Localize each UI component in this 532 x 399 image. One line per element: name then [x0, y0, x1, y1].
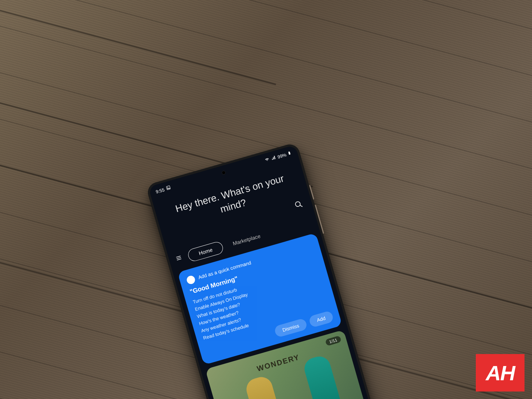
- wifi-icon: [264, 157, 270, 163]
- search-icon[interactable]: [293, 199, 304, 211]
- svg-rect-2: [288, 152, 290, 155]
- dismiss-button[interactable]: Dismiss: [274, 318, 308, 338]
- picture-icon: [166, 185, 172, 192]
- svg-point-1: [167, 187, 168, 188]
- svg-line-6: [176, 256, 181, 257]
- illustration-figure-right: [302, 354, 344, 399]
- illustration-figure-left: [244, 374, 285, 399]
- signal-icon: [270, 155, 277, 161]
- media-counter: 1/11: [325, 335, 342, 346]
- add-button[interactable]: Add: [308, 310, 334, 328]
- hamburger-menu-icon[interactable]: [174, 254, 184, 264]
- status-time: 9:55: [155, 187, 165, 194]
- svg-rect-0: [166, 185, 170, 190]
- battery-icon: [287, 150, 292, 157]
- ah-watermark: AH: [476, 354, 525, 392]
- media-brand: WONDERY: [256, 353, 300, 373]
- battery-percent: 99%: [277, 152, 287, 160]
- svg-line-8: [177, 259, 182, 260]
- svg-point-4: [295, 201, 301, 207]
- svg-line-7: [176, 257, 181, 259]
- quick-command-icon: [186, 275, 196, 285]
